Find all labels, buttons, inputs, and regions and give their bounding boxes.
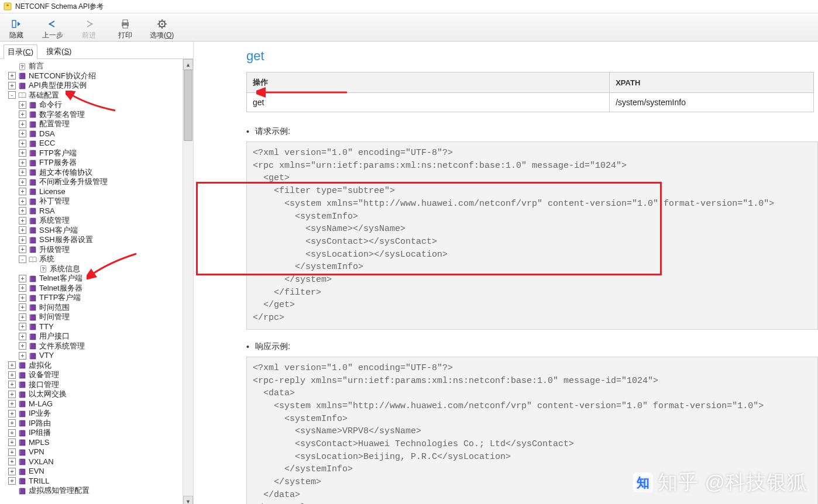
expand-icon[interactable]: +: [19, 236, 26, 244]
tree-item-l1_http[interactable]: +超文本传输协议: [2, 168, 183, 178]
tree-item-l0_mlag[interactable]: +M-LAG: [2, 399, 183, 409]
tree-item-l0_eth[interactable]: +以太网交换: [2, 389, 183, 399]
toc-tree[interactable]: 前言+NETCONF协议介绍+API典型使用实例-基础配置+命令行+数字签名管理…: [0, 59, 183, 504]
tree-item-l0_vsm[interactable]: 虚拟感知管理配置: [2, 486, 183, 496]
expand-icon[interactable]: +: [19, 333, 26, 340]
tab-search[interactable]: 搜索(S): [42, 44, 75, 58]
tree-item-l0_ifmgmt[interactable]: +接口管理: [2, 380, 183, 390]
expand-icon[interactable]: +: [19, 188, 26, 195]
tree-item-l1_sysmgmt[interactable]: +系统管理: [2, 216, 183, 226]
collapse-icon[interactable]: -: [19, 256, 26, 263]
tree-item-l1_vty[interactable]: +VTY: [2, 351, 183, 361]
tree-item-l1_dsa[interactable]: +DSA: [2, 129, 183, 139]
expand-icon[interactable]: +: [19, 352, 26, 360]
expand-icon[interactable]: +: [8, 82, 16, 89]
options-button[interactable]: 选项(O): [150, 18, 174, 40]
tree-item-l0_devmgmt[interactable]: +设备管理: [2, 370, 183, 380]
tree-item-l1_license[interactable]: +License: [2, 187, 183, 197]
expand-icon[interactable]: +: [19, 313, 26, 321]
expand-icon[interactable]: +: [19, 275, 26, 282]
expand-icon[interactable]: +: [19, 294, 26, 302]
expand-icon[interactable]: +: [8, 72, 16, 80]
tree-item-l1_fs[interactable]: +文件系统管理: [2, 341, 183, 351]
tree-item-l1_ftpc[interactable]: +FTP客户端: [2, 149, 183, 158]
tree-item-l1_ui[interactable]: +用户接口: [2, 332, 183, 341]
tree-item-l0_iproute[interactable]: +IP路由: [2, 419, 183, 429]
expand-icon[interactable]: +: [8, 371, 16, 379]
expand-icon[interactable]: +: [19, 323, 26, 330]
expand-icon[interactable]: +: [19, 168, 26, 176]
expand-icon[interactable]: +: [19, 207, 26, 215]
tree-item-l0_ipmcast[interactable]: +IP组播: [2, 428, 183, 438]
tree-item-l0_ipsvc[interactable]: +IP业务: [2, 409, 183, 419]
collapse-icon[interactable]: -: [8, 91, 16, 99]
tree-item-l0_virt[interactable]: +虚拟化: [2, 361, 183, 371]
expand-icon[interactable]: +: [19, 217, 26, 225]
expand-icon[interactable]: +: [8, 429, 16, 437]
tree-item-l1_rsa[interactable]: +RSA: [2, 206, 183, 216]
tree-item-l2_sysinfo[interactable]: 系统信息: [2, 264, 183, 274]
tree-item-l0_trill[interactable]: +TRILL: [2, 477, 183, 486]
tree-scrollbar[interactable]: ▲ ▼: [183, 59, 193, 504]
window-title: NETCONF Schema API参考: [15, 2, 104, 12]
expand-icon[interactable]: +: [19, 101, 26, 109]
expand-icon[interactable]: +: [8, 448, 16, 456]
tree-item-l0_vpn[interactable]: +VPN: [2, 447, 183, 457]
tree-item-l1_ecc[interactable]: +ECC: [2, 139, 183, 149]
tree-item-l0_evn[interactable]: +EVN: [2, 467, 183, 477]
tree-item-l0_basic_config[interactable]: -基础配置: [2, 91, 183, 101]
expand-icon[interactable]: +: [19, 246, 26, 253]
tree-item-l1_patch[interactable]: +补丁管理: [2, 196, 183, 206]
back-button[interactable]: 上一步: [41, 18, 64, 40]
tree-item-l1_cfgmgmt[interactable]: +配置管理: [2, 119, 183, 129]
expand-icon[interactable]: +: [19, 178, 26, 186]
tree-item-l1_timemgmt[interactable]: +时间管理: [2, 312, 183, 322]
expand-icon[interactable]: +: [19, 198, 26, 205]
expand-icon[interactable]: +: [19, 226, 26, 234]
scroll-up-icon[interactable]: ▲: [183, 59, 193, 70]
expand-icon[interactable]: +: [19, 159, 26, 167]
tree-item-l1_cli[interactable]: +命令行: [2, 100, 183, 110]
tree-item-l0_preface[interactable]: 前言: [2, 61, 183, 71]
expand-icon[interactable]: +: [8, 458, 16, 465]
expand-icon[interactable]: +: [8, 361, 16, 369]
tree-item-l1_nsr[interactable]: +不间断业务升级管理: [2, 177, 183, 187]
print-button[interactable]: 打印: [114, 18, 137, 40]
book-icon: [28, 226, 37, 234]
hide-button[interactable]: 隐藏: [5, 18, 28, 40]
expand-icon[interactable]: +: [19, 284, 26, 292]
expand-icon[interactable]: +: [8, 439, 16, 446]
tree-item-l0_mpls[interactable]: +MPLS: [2, 438, 183, 448]
tree-item-l0_api_examples[interactable]: +API典型使用实例: [2, 81, 183, 91]
tree-item-l1_ftps[interactable]: +FTP服务器: [2, 158, 183, 168]
expand-icon[interactable]: +: [8, 410, 16, 417]
tree-item-l1_telnetc[interactable]: +Telnet客户端: [2, 274, 183, 284]
tree-item-l1_sshc[interactable]: +SSH客户端: [2, 226, 183, 236]
tree-item-l1_upgrade[interactable]: +升级管理: [2, 245, 183, 255]
scroll-thumb[interactable]: [184, 70, 193, 141]
expand-icon[interactable]: +: [19, 303, 26, 311]
tree-item-l1_sign[interactable]: +数字签名管理: [2, 110, 183, 120]
expand-icon[interactable]: +: [8, 468, 16, 475]
tree-item-l1_system[interactable]: -系统: [2, 254, 183, 264]
expand-icon[interactable]: +: [19, 130, 26, 137]
tree-item-l1_sshs[interactable]: +SSH服务器设置: [2, 235, 183, 245]
expand-icon[interactable]: +: [8, 419, 16, 427]
expand-icon[interactable]: +: [8, 391, 16, 398]
expand-icon[interactable]: +: [8, 381, 16, 388]
tab-toc[interactable]: 目录(C): [4, 44, 37, 59]
tree-item-l0_netconf_intro[interactable]: +NETCONF协议介绍: [2, 71, 183, 81]
tree-item-l1_telnets[interactable]: +Telnet服务器: [2, 284, 183, 294]
tree-item-l1_tftpc[interactable]: +TFTP客户端: [2, 293, 183, 303]
scroll-down-icon[interactable]: ▼: [183, 496, 193, 504]
tree-item-l1_tty[interactable]: +TTY: [2, 322, 183, 332]
expand-icon[interactable]: +: [19, 120, 26, 128]
expand-icon[interactable]: +: [19, 111, 26, 118]
tree-item-l0_vxlan[interactable]: +VXLAN: [2, 457, 183, 467]
expand-icon[interactable]: +: [19, 140, 26, 147]
expand-icon[interactable]: +: [19, 342, 26, 350]
expand-icon[interactable]: +: [19, 149, 26, 157]
tree-item-l1_timerange[interactable]: +时间范围: [2, 303, 183, 313]
expand-icon[interactable]: +: [8, 400, 16, 408]
expand-icon[interactable]: +: [8, 477, 16, 485]
